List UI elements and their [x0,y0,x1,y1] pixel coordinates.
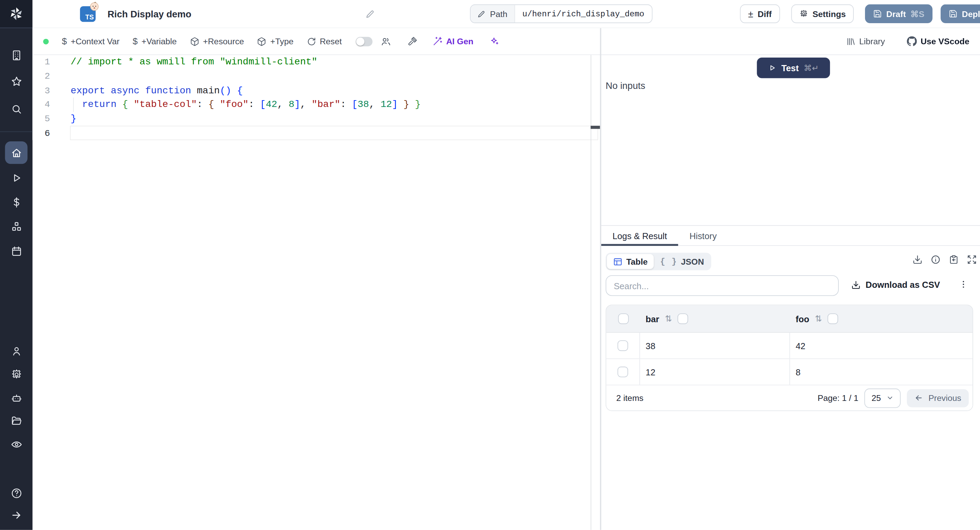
sidebar-item-audit-logs[interactable] [0,439,33,451]
path-label: Path [490,9,508,19]
test-shortcut: ⌘↵ [804,63,819,73]
line-number: 3 [33,86,71,95]
ai-gen-button[interactable]: AI Gen [433,37,473,46]
settings-button[interactable]: Settings [791,5,854,23]
chevron-down-icon [886,394,894,402]
download-csv-button[interactable]: Download as CSV [851,279,940,289]
editor-toolbar: $ +Context Var $ +Variable +Resource +Ty… [33,28,980,55]
cell-foo: 8 [790,359,972,385]
page-size-value: 25 [872,393,881,402]
format-brush-icon[interactable] [407,37,417,46]
sidebar-item-runs[interactable] [0,172,33,184]
column-header-foo[interactable]: foo [795,314,809,324]
result-tabs: Logs & Result History [601,225,980,246]
items-count: 2 items [616,393,643,402]
diff-mode-toggle[interactable] [356,37,372,46]
status-dot [43,38,49,44]
code-editor[interactable]: 1// import * as wmill from "windmill-cli… [33,55,598,140]
code-line[interactable]: 6 [33,126,598,140]
add-context-var-label: +Context Var [71,37,120,46]
deploy-label: Deploy [962,9,980,19]
diff-label: Diff [758,9,772,19]
search-input[interactable] [606,275,839,296]
download-csv-label: Download as CSV [865,279,940,289]
cell-bar: 38 [640,333,790,358]
path-button[interactable]: Path u/henri/rich_display_demo [470,5,652,23]
library-icon [846,37,856,46]
column-header-bar[interactable]: bar [646,314,659,324]
line-number: 1 [33,57,71,67]
star-icon [10,76,22,88]
edit-title-pencil-icon[interactable] [366,10,375,19]
multiplayer-users-icon[interactable] [380,36,391,47]
code-lines: 1// import * as wmill from "windmill-cli… [33,55,598,140]
sidebar-item-users[interactable] [0,345,33,357]
info-icon[interactable] [931,255,940,265]
braces-icon: { } [660,257,677,267]
save-icon [873,10,882,18]
package-icon [257,37,267,46]
sidebar-item-home[interactable] [5,141,27,164]
column-checkbox-bar[interactable] [678,313,688,324]
previous-page-button[interactable]: Previous [907,389,969,407]
sidebar-item-variables[interactable] [0,196,33,208]
sidebar-item-logo[interactable] [0,0,33,28]
cell-bar: 12 [640,359,790,385]
sidebar-item-favorites[interactable] [0,76,33,88]
sidebar-item-settings[interactable] [0,369,33,380]
sidebar-item-workspace[interactable] [0,49,33,61]
view-json-button[interactable]: { } JSON [654,257,710,267]
toggle-knob [356,37,364,45]
sort-icon[interactable]: ⇅ [665,314,672,323]
add-variable-button[interactable]: $ +Variable [133,37,177,46]
view-table-label: Table [626,257,648,267]
expand-icon[interactable] [967,255,977,265]
code-line[interactable]: 3export async function main() { [33,83,598,98]
page-size-select[interactable]: 25 [865,388,901,408]
code-line[interactable]: 4 return { "table-col": { "foo": [42, 8]… [33,98,598,112]
table-menu-kebab-icon[interactable] [959,279,969,289]
download-icon[interactable] [913,255,923,265]
draft-button[interactable]: Draft ⌘S [865,5,932,23]
reset-button[interactable]: Reset [307,37,342,46]
sidebar-item-search[interactable] [0,103,33,115]
use-vscode-button[interactable]: Use VScode [907,37,969,46]
deploy-button[interactable]: Deploy [940,5,980,23]
sidebar-item-folders[interactable] [0,415,33,427]
row-checkbox[interactable] [617,340,628,351]
panel-divider[interactable] [600,28,601,530]
sidebar-item-workers[interactable] [0,393,33,404]
add-context-var-button[interactable]: $ +Context Var [62,37,119,46]
robot-icon [10,393,22,404]
dollar-icon [10,196,22,208]
diff-button[interactable]: ± Diff [740,5,780,23]
refresh-icon [307,37,316,46]
sidebar-item-resources[interactable] [0,221,33,233]
row-checkbox[interactable] [617,367,628,377]
eye-icon [10,439,22,451]
library-button[interactable]: Library [846,37,885,46]
code-line[interactable]: 5} [33,112,598,126]
tab-history[interactable]: History [678,226,728,245]
table-icon [613,257,623,267]
add-type-button[interactable]: +Type [257,37,294,46]
copy-to-clipboard-icon[interactable] [949,255,959,265]
select-all-checkbox[interactable] [618,313,628,324]
add-resource-label: +Resource [203,37,244,46]
code-line[interactable]: 1// import * as wmill from "windmill-cli… [33,55,598,69]
home-icon [10,147,22,159]
add-resource-button[interactable]: +Resource [190,37,244,46]
test-button[interactable]: Test ⌘↵ [757,57,830,78]
column-checkbox-foo[interactable] [827,313,838,324]
line-content: } [71,113,76,125]
sidebar-item-schedules[interactable] [0,245,33,257]
indent-guide [73,98,74,112]
code-line[interactable]: 2 [33,69,598,83]
sidebar-item-help[interactable] [0,487,33,499]
sparkles-icon[interactable] [490,37,500,46]
view-table-button[interactable]: Table [607,254,654,269]
overview-ruler-cursor-mark [591,126,600,129]
sort-icon[interactable]: ⇅ [815,314,822,323]
tab-logs-and-result[interactable]: Logs & Result [601,226,678,245]
sidebar-item-expand[interactable] [0,509,33,521]
